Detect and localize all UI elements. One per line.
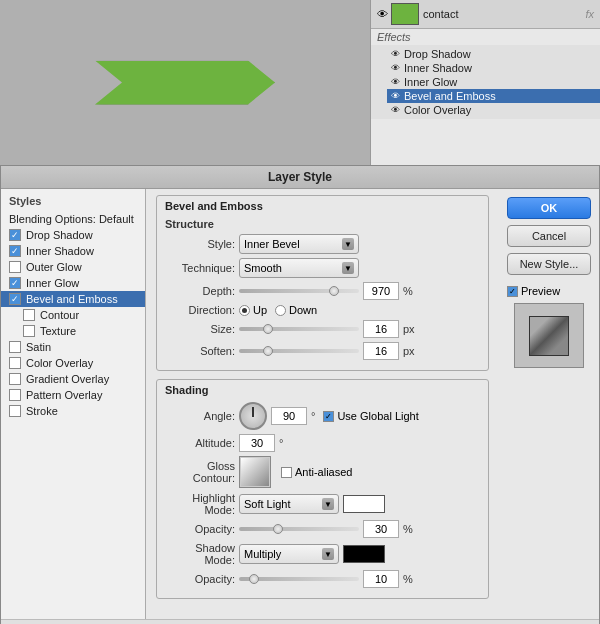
angle-input[interactable] <box>271 407 307 425</box>
sidebar-checkbox[interactable]: ✓ <box>9 229 21 241</box>
sidebar-item-outer-glow[interactable]: Outer Glow <box>1 259 145 275</box>
sidebar-item-bevel-and-emboss[interactable]: ✓ Bevel and Emboss <box>1 291 145 307</box>
sidebar-item-drop-shadow[interactable]: ✓ Drop Shadow <box>1 227 145 243</box>
sidebar-checkbox[interactable] <box>9 261 21 273</box>
depth-thumb[interactable] <box>329 286 339 296</box>
layer-preview-shape <box>95 61 275 105</box>
direction-up[interactable]: Up <box>239 304 267 316</box>
contour-preview[interactable] <box>239 456 271 488</box>
technique-select[interactable]: Smooth ▼ <box>239 258 359 278</box>
depth-input[interactable] <box>363 282 399 300</box>
sidebar-item-inner-glow[interactable]: ✓ Inner Glow <box>1 275 145 291</box>
sidebar-checkbox[interactable] <box>9 341 21 353</box>
sidebar-checkbox[interactable] <box>9 405 21 417</box>
highlight-mode-select[interactable]: Soft Light ▼ <box>239 494 339 514</box>
shadow-opacity-input[interactable] <box>363 570 399 588</box>
size-slider[interactable] <box>239 327 359 331</box>
direction-down[interactable]: Down <box>275 304 317 316</box>
soften-slider[interactable] <box>239 349 359 353</box>
use-global-light-checkbox[interactable]: ✓ <box>323 411 334 422</box>
altitude-input[interactable] <box>239 434 275 452</box>
sidebar-item-gradient-overlay[interactable]: Gradient Overlay <box>1 371 145 387</box>
highlight-mode-arrow: ▼ <box>322 498 334 510</box>
soften-input[interactable] <box>363 342 399 360</box>
radio-up-circle[interactable] <box>239 305 250 316</box>
anti-aliased-label: Anti-aliased <box>295 466 352 478</box>
canvas-preview <box>0 0 370 165</box>
sidebar-checkbox[interactable] <box>23 325 35 337</box>
shading-title: Shading <box>157 380 488 398</box>
visibility-icon[interactable]: 👁 <box>377 9 387 19</box>
radio-down-circle[interactable] <box>275 305 286 316</box>
sidebar-checkbox[interactable]: ✓ <box>9 293 21 305</box>
style-select[interactable]: Inner Bevel ▼ <box>239 234 359 254</box>
shadow-opacity-slider[interactable] <box>239 577 359 581</box>
style-select-arrow: ▼ <box>342 238 354 250</box>
preview-checkbox[interactable]: ✓ <box>507 286 518 297</box>
shadow-mode-select[interactable]: Multiply ▼ <box>239 544 339 564</box>
sidebar-checkbox[interactable] <box>23 309 35 321</box>
highlight-mode-label: Highlight Mode: <box>165 492 235 516</box>
angle-indicator <box>252 407 254 417</box>
preview-checkbox-item[interactable]: ✓ Preview <box>507 285 591 297</box>
sidebar-item-stroke[interactable]: Stroke <box>1 403 145 419</box>
sidebar-checkbox[interactable]: ✓ <box>9 277 21 289</box>
depth-unit: % <box>403 285 413 297</box>
layer-thumbnail <box>391 3 419 25</box>
effects-label: Effects <box>371 29 600 45</box>
sidebar-checkbox[interactable] <box>9 373 21 385</box>
soften-thumb[interactable] <box>263 346 273 356</box>
highlight-opacity-slider[interactable] <box>239 527 359 531</box>
effect-name: Color Overlay <box>404 104 471 116</box>
sidebar-checkbox[interactable]: ✓ <box>9 245 21 257</box>
effect-name: Inner Shadow <box>404 62 472 74</box>
highlight-color-swatch[interactable] <box>343 495 385 513</box>
technique-value: Smooth <box>244 262 282 274</box>
depth-label: Depth: <box>165 285 235 297</box>
technique-label: Technique: <box>165 262 235 274</box>
sidebar-item-contour[interactable]: Contour <box>1 307 145 323</box>
ok-button[interactable]: OK <box>507 197 591 219</box>
sidebar-item-blending[interactable]: Blending Options: Default <box>1 211 145 227</box>
highlight-opacity-thumb[interactable] <box>273 524 283 534</box>
sidebar-items-container: ✓ Drop Shadow ✓ Inner Shadow Outer Glow … <box>1 227 145 419</box>
shading-inner: Angle: ° ✓ Use Global Light Altitu <box>157 398 488 598</box>
sidebar-item-pattern-overlay[interactable]: Pattern Overlay <box>1 387 145 403</box>
effect-item[interactable]: 👁 Drop Shadow <box>387 47 600 61</box>
altitude-label: Altitude: <box>165 437 235 449</box>
use-global-light-item[interactable]: ✓ Use Global Light <box>323 410 418 422</box>
sidebar-item-satin[interactable]: Satin <box>1 339 145 355</box>
sidebar-item-inner-shadow[interactable]: ✓ Inner Shadow <box>1 243 145 259</box>
direction-label: Direction: <box>165 304 235 316</box>
size-input[interactable] <box>363 320 399 338</box>
new-style-button[interactable]: New Style... <box>507 253 591 275</box>
effect-item[interactable]: 👁 Inner Glow <box>387 75 600 89</box>
size-label: Size: <box>165 323 235 335</box>
shadow-mode-row: Shadow Mode: Multiply ▼ <box>165 542 480 566</box>
anti-aliased-item[interactable]: Anti-aliased <box>281 466 352 478</box>
preview-box <box>514 303 584 368</box>
angle-row: Angle: ° ✓ Use Global Light <box>165 402 480 430</box>
effect-item[interactable]: 👁 Color Overlay <box>387 103 600 117</box>
angle-dial[interactable] <box>239 402 267 430</box>
contour-shape <box>241 458 269 486</box>
highlight-opacity-input[interactable] <box>363 520 399 538</box>
effect-item[interactable]: 👁 Inner Shadow <box>387 61 600 75</box>
technique-row: Technique: Smooth ▼ <box>165 258 480 278</box>
shadow-mode-label: Shadow Mode: <box>165 542 235 566</box>
sidebar-checkbox[interactable] <box>9 357 21 369</box>
depth-slider[interactable] <box>239 289 359 293</box>
sidebar-item-color-overlay[interactable]: Color Overlay <box>1 355 145 371</box>
shadow-color-swatch[interactable] <box>343 545 385 563</box>
effect-item[interactable]: 👁 Bevel and Emboss <box>387 89 600 103</box>
sidebar-item-label: Outer Glow <box>26 261 82 273</box>
sidebar-checkbox[interactable] <box>9 389 21 401</box>
preview-label: Preview <box>521 285 560 297</box>
preview-thumbnail <box>529 316 569 356</box>
cancel-button[interactable]: Cancel <box>507 225 591 247</box>
shadow-opacity-thumb[interactable] <box>249 574 259 584</box>
direction-radio-group: Up Down <box>239 304 317 316</box>
size-thumb[interactable] <box>263 324 273 334</box>
anti-aliased-checkbox[interactable] <box>281 467 292 478</box>
sidebar-item-texture[interactable]: Texture <box>1 323 145 339</box>
